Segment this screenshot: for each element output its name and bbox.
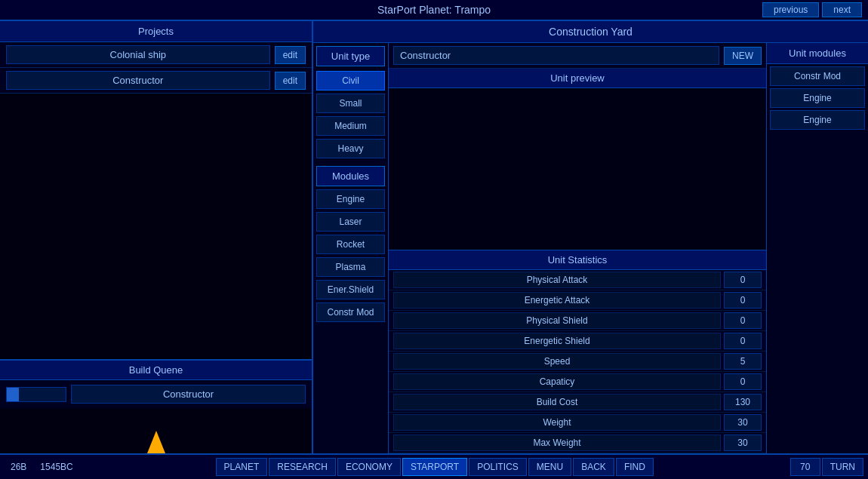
stat-value-1: 0 xyxy=(724,292,762,309)
stat-name-1: Energetic Attack xyxy=(393,292,721,309)
stat-row: Energetic Attack 0 xyxy=(389,290,766,311)
toolbar-btn-menu[interactable]: MENU xyxy=(528,458,571,476)
stat-name-4: Speed xyxy=(393,353,721,370)
constructor-label: Constructor xyxy=(6,71,270,90)
window-title: StarPort Planet: Trampo xyxy=(377,4,491,16)
module-rocket-btn[interactable]: Rocket xyxy=(316,235,385,254)
toolbar-btn-back[interactable]: BACK xyxy=(573,458,614,476)
module-enershield-btn[interactable]: Ener.Shield xyxy=(316,280,385,299)
stat-row: Energetic Shield 0 xyxy=(389,331,766,352)
colonial-ship-edit[interactable]: edit xyxy=(275,46,306,64)
project-item: Colonial ship edit xyxy=(0,42,312,68)
stat-1545bc: 1545BC xyxy=(34,462,78,472)
stat-row: Physical Attack 0 xyxy=(389,270,766,290)
unit-module-item-0[interactable]: Constr Mod xyxy=(770,66,865,86)
unit-modules-list: Constr ModEngineEngine xyxy=(767,64,868,132)
left-preview-area xyxy=(0,94,312,360)
modules-header: Modules xyxy=(316,166,385,186)
stat-row: Capaticy 0 xyxy=(389,372,766,392)
stat-name-0: Physical Attack xyxy=(393,272,721,288)
stat-26b: 26B xyxy=(5,462,32,472)
left-panel: Projects Colonial ship edit Constructor … xyxy=(0,21,313,453)
type-civil-button[interactable]: Civil xyxy=(316,71,385,91)
stat-value-2: 0 xyxy=(724,312,762,329)
unit-preview-header: Unit preview xyxy=(389,69,766,88)
toolbar-btn-economy[interactable]: ECONOMY xyxy=(337,458,401,476)
toolbar: 26B 1545BC PLANETRESEARCHECONOMYSTARPORT… xyxy=(0,453,868,479)
unit-type-column: Unit type Civil Small Medium Heavy Modul… xyxy=(313,43,389,453)
stat-value-5: 0 xyxy=(724,373,762,390)
queue-progress-bar xyxy=(6,387,66,402)
stat-row: Build Cost 130 xyxy=(389,392,766,413)
type-small-button[interactable]: Small xyxy=(316,94,385,113)
constructor-edit[interactable]: edit xyxy=(275,72,306,90)
unit-module-item-1[interactable]: Engine xyxy=(770,88,865,108)
build-queue-title: Build Quene xyxy=(0,361,312,380)
queue-item-name: Constructor xyxy=(71,385,306,404)
module-constrmod-btn[interactable]: Constr Mod xyxy=(316,302,385,322)
stat-name-3: Energetic Shield xyxy=(393,333,721,349)
turn-button[interactable]: TURN xyxy=(822,458,863,476)
construction-content: Unit type Civil Small Medium Heavy Modul… xyxy=(313,43,868,453)
colonial-ship-label: Colonial ship xyxy=(6,45,270,64)
module-engine-btn[interactable]: Engine xyxy=(316,189,385,209)
stat-value-0: 0 xyxy=(724,272,762,288)
stat-name-8: Max Weight xyxy=(393,434,721,451)
center-column: NEW Unit preview Unit Statistics Physica… xyxy=(389,43,766,453)
nav-buttons: previous next xyxy=(762,2,862,17)
stat-value-7: 30 xyxy=(724,414,762,431)
toolbar-btn-starport[interactable]: STARPORT xyxy=(402,458,467,476)
previous-button[interactable]: previous xyxy=(762,2,819,17)
queue-items-row: Constructor xyxy=(0,380,312,408)
stat-name-2: Physical Shield xyxy=(393,312,721,329)
module-plasma-btn[interactable]: Plasma xyxy=(316,257,385,277)
stat-name-7: Weight xyxy=(393,414,721,431)
queue-progress-fill xyxy=(7,388,19,401)
stat-value-4: 5 xyxy=(724,353,762,370)
unit-name-row: NEW xyxy=(389,43,766,69)
main-content: Projects Colonial ship edit Constructor … xyxy=(0,21,868,453)
stat-value-6: 130 xyxy=(724,394,762,410)
toolbar-btn-politics[interactable]: POLITICS xyxy=(469,458,527,476)
stat-value-8: 30 xyxy=(724,434,762,451)
stats-list: Physical Attack 0 Energetic Attack 0 Phy… xyxy=(389,270,766,453)
stat-name-5: Capaticy xyxy=(393,373,721,390)
unit-modules-title: Unit modules xyxy=(767,43,868,64)
unit-preview-area xyxy=(389,88,766,250)
projects-title: Projects xyxy=(0,21,312,42)
stats-header: Unit Statistics xyxy=(389,250,766,270)
toolbar-btn-find[interactable]: FIND xyxy=(616,458,654,476)
stat-row: Max Weight 30 xyxy=(389,433,766,453)
construction-title: Construction Yard xyxy=(313,21,868,43)
toolbar-btn-planet[interactable]: PLANET xyxy=(216,458,268,476)
toolbar-buttons: PLANETRESEARCHECONOMYSTARPORTPOLITICSMEN… xyxy=(81,458,789,476)
unit-type-header: Unit type xyxy=(316,46,385,66)
unit-name-input[interactable] xyxy=(393,46,719,65)
turn-number: 70 xyxy=(790,458,820,476)
stat-name-6: Build Cost xyxy=(393,394,721,410)
right-panel: Construction Yard Unit type Civil Small … xyxy=(313,21,868,453)
build-queue: Build Quene Constructor xyxy=(0,360,312,408)
unit-modules-column: Unit modules Constr ModEngineEngine xyxy=(766,43,868,453)
toolbar-btn-research[interactable]: RESEARCH xyxy=(269,458,336,476)
stat-row: Weight 30 xyxy=(389,413,766,433)
indicator-shape xyxy=(147,431,165,453)
stat-row: Physical Shield 0 xyxy=(389,311,766,331)
type-medium-button[interactable]: Medium xyxy=(316,116,385,136)
next-button[interactable]: next xyxy=(822,2,862,17)
title-bar: StarPort Planet: Trampo previous next xyxy=(0,0,868,21)
project-item: Constructor edit xyxy=(0,68,312,94)
unit-module-item-2[interactable]: Engine xyxy=(770,110,865,130)
stat-row: Speed 5 xyxy=(389,352,766,372)
left-indicator-area xyxy=(0,408,312,453)
type-heavy-button[interactable]: Heavy xyxy=(316,139,385,158)
new-button[interactable]: NEW xyxy=(724,47,762,65)
stat-value-3: 0 xyxy=(724,333,762,349)
module-laser-btn[interactable]: Laser xyxy=(316,212,385,232)
